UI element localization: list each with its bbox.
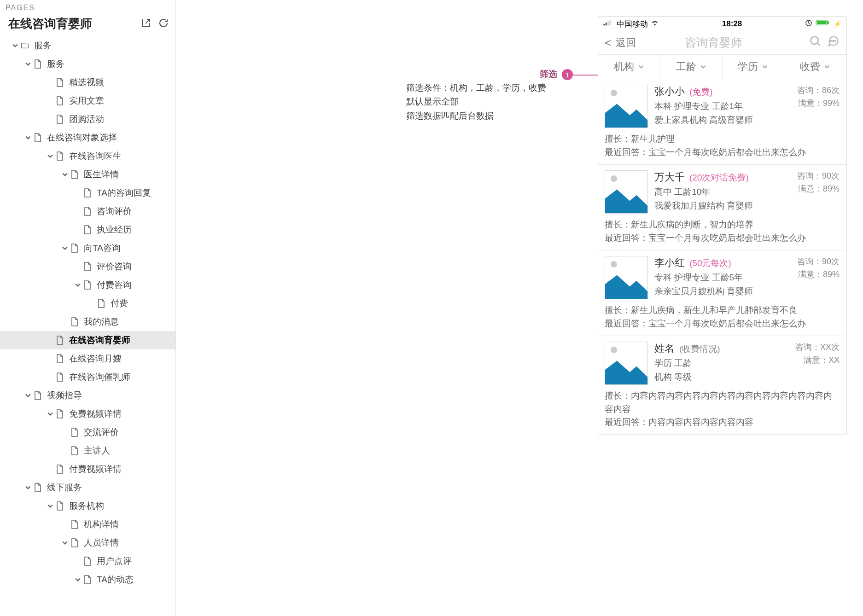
tree-node-label: 用户点评 xyxy=(97,555,132,567)
tree-node[interactable]: 免费视频详情 xyxy=(0,405,175,423)
tree-node[interactable]: 用户点评 xyxy=(0,552,175,570)
tree-node[interactable]: 线下服务 xyxy=(0,478,175,497)
consultant-card[interactable]: 姓名(收费情况)学历 工龄机构 等级咨询：XX次满意：XX擅长：内容内容内容内容… xyxy=(598,336,846,435)
annotation-line: 筛选条件：机构，工龄，学历，收费 xyxy=(406,81,546,95)
filter-fee[interactable]: 收费 xyxy=(784,55,846,79)
consultant-card[interactable]: 李小红(50元每次)专科 护理专业 工龄5年亲亲宝贝月嫂机构 育婴师咨询：90次… xyxy=(598,250,846,336)
filter-exp[interactable]: 工龄 xyxy=(660,55,723,79)
chevron-down-icon[interactable] xyxy=(46,503,54,509)
tree-node-label: TA的咨询回复 xyxy=(97,187,151,199)
tree-node[interactable]: 付费 xyxy=(0,294,175,313)
svg-rect-3 xyxy=(610,20,611,25)
tree-node-label: 评价咨询 xyxy=(97,261,132,273)
consultant-card[interactable]: 万大千(20次对话免费)高中 工龄10年我爱我加月嫂结构 育婴师咨询：90次满意… xyxy=(598,165,846,250)
consultant-name: 张小小 xyxy=(654,85,685,99)
fee-badge: (20次对话免费) xyxy=(689,172,749,184)
tree-node[interactable]: 交流评价 xyxy=(0,423,175,442)
wifi-icon xyxy=(651,19,659,29)
consultant-info: 专科 护理专业 工龄5年 xyxy=(654,272,779,284)
consultant-card[interactable]: 张小小(免费)本科 护理专业 工龄1年爱上家具机构 高级育婴师咨询：86次满意：… xyxy=(598,79,846,165)
nav-bar: < 返回 咨询育婴师 xyxy=(598,31,846,55)
page-tree[interactable]: 服务服务精选视频实用文章团购活动在线咨询对象选择在线咨询医生医生详情TA的咨询回… xyxy=(0,36,175,616)
tree-node[interactable]: 执业经历 xyxy=(0,221,175,239)
tree-node-label: 咨询评价 xyxy=(97,205,132,217)
filter-edu[interactable]: 学历 xyxy=(723,55,785,79)
annotation-line: 默认显示全部 xyxy=(406,95,546,109)
chevron-down-icon[interactable] xyxy=(46,411,54,417)
consult-count: 咨询：90次 xyxy=(785,170,840,181)
page-icon xyxy=(54,78,65,87)
refresh-icon[interactable] xyxy=(158,17,169,30)
tree-node-label: 在线咨询月嫂 xyxy=(69,353,122,365)
consult-count: 咨询：90次 xyxy=(785,256,840,267)
chat-icon[interactable] xyxy=(827,35,840,50)
back-icon[interactable]: < xyxy=(605,36,611,49)
consult-count: 咨询：86次 xyxy=(785,85,840,96)
chevron-down-icon[interactable] xyxy=(46,153,54,159)
chevron-down-icon[interactable] xyxy=(61,540,69,546)
tree-node[interactable]: 视频指导 xyxy=(0,386,175,405)
export-icon[interactable] xyxy=(140,17,152,30)
page-icon xyxy=(69,170,80,179)
chevron-down-icon[interactable] xyxy=(24,61,32,67)
page-icon xyxy=(54,409,65,418)
tree-node[interactable]: TA的动态 xyxy=(0,570,175,589)
chevron-down-icon[interactable] xyxy=(61,245,69,251)
tree-node[interactable]: 精选视频 xyxy=(0,73,175,92)
chevron-down-icon[interactable] xyxy=(24,393,32,398)
tree-node[interactable]: 服务 xyxy=(0,55,175,73)
tree-node[interactable]: 服务机构 xyxy=(0,497,175,515)
chevron-down-icon[interactable] xyxy=(11,43,19,48)
carrier-label: 中国移动 xyxy=(617,19,648,29)
tree-node[interactable]: 实用文章 xyxy=(0,92,175,110)
consultant-name: 姓名 xyxy=(654,342,675,355)
tree-node[interactable]: 在线咨询对象选择 xyxy=(0,128,175,147)
tree-node[interactable]: 服务 xyxy=(0,36,175,55)
tree-node[interactable]: 机构详情 xyxy=(0,515,175,534)
tree-node[interactable]: 付费咨询 xyxy=(0,276,175,294)
tree-node[interactable]: 在线咨询催乳师 xyxy=(0,368,175,386)
chevron-down-icon[interactable] xyxy=(61,172,69,177)
chevron-down-icon[interactable] xyxy=(74,577,82,582)
page-icon xyxy=(69,538,80,547)
tree-node[interactable]: 主讲人 xyxy=(0,442,175,460)
folder-icon xyxy=(19,41,30,50)
tree-node[interactable]: 在线咨询育婴师 xyxy=(0,331,175,349)
page-icon xyxy=(96,299,107,308)
page-icon xyxy=(82,280,93,290)
svg-point-11 xyxy=(835,41,836,41)
chevron-down-icon[interactable] xyxy=(24,135,32,140)
tree-node[interactable]: 付费视频详情 xyxy=(0,460,175,478)
tree-node[interactable]: 在线咨询月嫂 xyxy=(0,349,175,368)
tree-node[interactable]: 人员详情 xyxy=(0,534,175,552)
avatar-placeholder xyxy=(605,342,648,385)
tree-node-label: 在线咨询对象选择 xyxy=(47,132,117,144)
tree-node[interactable]: 咨询评价 xyxy=(0,202,175,221)
filter-label: 机构 xyxy=(614,60,634,74)
satisfaction: 满意：XX xyxy=(785,354,840,366)
tree-node[interactable]: TA的咨询回复 xyxy=(0,184,175,202)
phone-mockup: 中国移动 18:28 ⚡ < 返回 咨询育婴师 机构工龄学历收费 张小小(免费)… xyxy=(598,17,846,435)
status-time: 18:28 xyxy=(722,19,742,29)
chevron-down-icon xyxy=(700,61,706,73)
satisfaction: 满意：89% xyxy=(785,269,840,280)
tree-node[interactable]: 评价咨询 xyxy=(0,257,175,276)
consultant-info: 亲亲宝贝月嫂机构 育婴师 xyxy=(654,285,779,297)
filter-org[interactable]: 机构 xyxy=(598,55,660,79)
tree-node[interactable]: 在线咨询医生 xyxy=(0,147,175,165)
consultant-info: 高中 工龄10年 xyxy=(654,186,779,198)
signal-icon xyxy=(603,19,614,29)
pages-sidebar: PAGES 在线咨询育婴师 服务服务精选视频实用文章团购活动在线咨询对象选择在线… xyxy=(0,0,176,616)
svg-rect-1 xyxy=(606,23,607,25)
chevron-down-icon[interactable] xyxy=(74,282,82,288)
callout-line xyxy=(573,75,598,76)
search-icon[interactable] xyxy=(809,35,822,50)
tree-node[interactable]: 向TA咨询 xyxy=(0,239,175,257)
chevron-down-icon[interactable] xyxy=(24,485,32,490)
callout-badge: 1 xyxy=(562,69,573,80)
tree-node[interactable]: 团购活动 xyxy=(0,110,175,128)
tree-node-label: 机构详情 xyxy=(84,518,119,530)
tree-node[interactable]: 医生详情 xyxy=(0,165,175,184)
tree-node[interactable]: 我的消息 xyxy=(0,313,175,331)
svg-point-8 xyxy=(811,37,818,44)
